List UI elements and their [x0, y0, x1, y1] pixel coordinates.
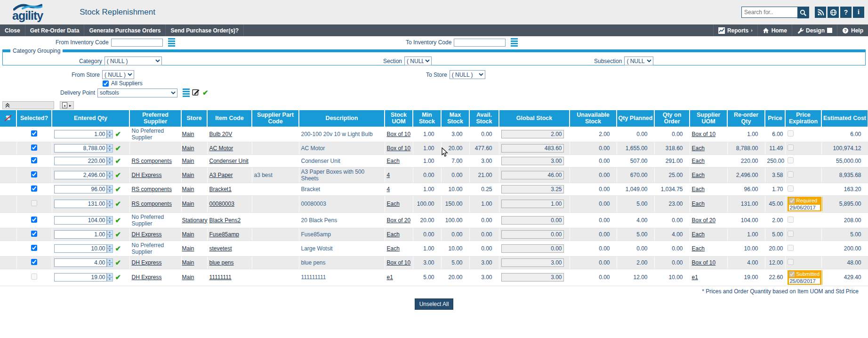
spinner-up-icon[interactable]: ▲	[107, 185, 113, 189]
row-selected-checkbox[interactable]	[31, 245, 37, 251]
row-selected-checkbox[interactable]	[31, 200, 37, 206]
qty-spinner[interactable]: ▲▼	[107, 185, 113, 193]
global-stock-input[interactable]	[501, 171, 564, 179]
delivery-point-edit-icon[interactable]	[192, 88, 200, 97]
to-store-select[interactable]: ( NULL )	[450, 70, 485, 79]
preferred-supplier-link[interactable]: DH Express	[132, 231, 162, 238]
supplier-uom-link[interactable]: Each	[692, 245, 705, 252]
col-header-row-icon[interactable]: ⇅	[0, 110, 16, 127]
spinner-down-icon[interactable]: ▼	[107, 220, 113, 225]
col-header-price[interactable]: Price	[765, 110, 785, 127]
entered-qty-input[interactable]	[54, 273, 107, 282]
spinner-up-icon[interactable]: ▲	[107, 258, 113, 263]
col-header-estimated-cost[interactable]: Estimated Cost	[821, 110, 868, 127]
delivery-point-select[interactable]: softsols	[97, 89, 177, 97]
item-code-link[interactable]: Black Pens2	[209, 217, 241, 224]
from-inventory-code-input[interactable]	[111, 39, 163, 47]
from-inventory-lookup-icon[interactable]	[168, 38, 175, 47]
row-selected-checkbox[interactable]	[31, 130, 37, 137]
qty-spinner[interactable]: ▲▼	[107, 130, 113, 138]
spinner-down-icon[interactable]: ▼	[107, 175, 113, 179]
design-button[interactable]: Design	[792, 24, 837, 36]
col-header-description[interactable]: Description	[299, 110, 385, 127]
spinner-up-icon[interactable]: ▲	[107, 144, 113, 148]
qty-spinner[interactable]: ▲▼	[107, 258, 113, 267]
col-header-entered-qty[interactable]: Entered Qty	[52, 110, 129, 127]
global-stock-input[interactable]	[501, 144, 564, 153]
stock-uom-link[interactable]: Box of 10	[387, 259, 411, 266]
unselect-all-button[interactable]: Unselect All	[415, 298, 454, 310]
collapse-panel-button[interactable]	[2, 101, 54, 109]
to-inventory-code-input[interactable]	[454, 39, 506, 47]
info-button[interactable]: i	[853, 7, 864, 18]
price-expiration-checkbox[interactable]	[789, 271, 795, 277]
store-link[interactable]: Main	[182, 158, 194, 164]
spinner-down-icon[interactable]: ▼	[107, 277, 113, 282]
section-select[interactable]: ( NULL )	[404, 56, 432, 65]
design-toggle-checkbox[interactable]	[827, 28, 832, 33]
spinner-down-icon[interactable]: ▼	[107, 263, 113, 267]
row-selected-checkbox[interactable]	[31, 259, 37, 265]
supplier-uom-link[interactable]: Each	[692, 201, 705, 207]
qty-spinner[interactable]: ▲▼	[107, 171, 113, 179]
price-expiration-checkbox[interactable]	[788, 231, 794, 237]
search-input[interactable]	[742, 7, 797, 17]
global-stock-input[interactable]	[501, 216, 564, 225]
row-selected-checkbox[interactable]	[31, 145, 37, 151]
supplier-uom-link[interactable]: Box of 20	[692, 217, 716, 224]
supplier-uom-link[interactable]: Each	[692, 231, 705, 238]
col-header-supplier-part-code[interactable]: Supplier Part Code	[252, 110, 299, 127]
qty-spinner[interactable]: ▲▼	[107, 200, 113, 208]
row-selected-checkbox[interactable]	[31, 171, 37, 177]
entered-qty-input[interactable]	[54, 157, 107, 165]
entered-qty-input[interactable]	[54, 258, 107, 267]
store-link[interactable]: Main	[182, 201, 194, 207]
qty-spinner[interactable]: ▲▼	[107, 157, 113, 165]
price-expiration-checkbox[interactable]	[788, 130, 794, 137]
global-stock-input[interactable]	[501, 185, 564, 193]
col-header-price-expiration[interactable]: Price Expiration	[785, 110, 821, 127]
preferred-supplier-link[interactable]: RS components	[132, 201, 172, 207]
row-selected-checkbox[interactable]	[31, 157, 37, 163]
entered-qty-input[interactable]	[54, 130, 107, 138]
spinner-down-icon[interactable]: ▼	[107, 204, 113, 208]
price-expiration-checkbox[interactable]	[788, 145, 794, 151]
store-link[interactable]: Main	[182, 245, 194, 252]
item-code-link[interactable]: Fuse85amp	[209, 231, 239, 238]
store-link[interactable]: Main	[182, 259, 194, 266]
col-header-supplier-uom[interactable]: Supplier UOM	[690, 110, 727, 127]
excel-export-button[interactable]: x ▸	[60, 101, 74, 109]
global-stock-input[interactable]	[501, 230, 564, 239]
preferred-supplier-link[interactable]: DH Express	[132, 259, 162, 266]
col-header-min-stock[interactable]: Min Stock	[413, 110, 441, 127]
col-header-stock-uom[interactable]: Stock UOM	[385, 110, 413, 127]
stock-uom-link[interactable]: Box of 10	[387, 145, 411, 152]
help-button[interactable]: ? Help	[837, 24, 868, 36]
entered-qty-input[interactable]	[54, 185, 107, 193]
entered-qty-input[interactable]	[54, 216, 107, 225]
qty-spinner[interactable]: ▲▼	[107, 144, 113, 153]
entered-qty-input[interactable]	[54, 171, 107, 179]
store-link[interactable]: Main	[182, 186, 194, 193]
global-stock-input[interactable]	[501, 157, 564, 165]
item-code-link[interactable]: stevetest	[209, 245, 232, 252]
supplier-uom-link[interactable]: Box of 10	[692, 259, 716, 266]
preferred-supplier-link[interactable]: DH Express	[132, 274, 162, 281]
store-link[interactable]: Main	[182, 231, 194, 238]
col-header-unavailable-stock[interactable]: Unavailable Stock	[570, 110, 617, 127]
spinner-down-icon[interactable]: ▼	[107, 161, 113, 165]
spinner-up-icon[interactable]: ▲	[107, 171, 113, 175]
store-link[interactable]: Stationary	[182, 217, 208, 224]
stock-uom-link[interactable]: Each	[387, 158, 400, 164]
generate-purchase-orders-button[interactable]: Generate Purchase Orders	[84, 24, 166, 36]
global-stock-input[interactable]	[501, 258, 564, 267]
to-inventory-lookup-icon[interactable]	[511, 38, 518, 47]
col-header-item-code[interactable]: Item Code	[207, 110, 252, 127]
item-code-link[interactable]: 11111111	[209, 274, 232, 281]
spinner-down-icon[interactable]: ▼	[107, 189, 113, 193]
spinner-down-icon[interactable]: ▼	[107, 234, 113, 239]
price-expiration-checkbox[interactable]	[788, 171, 794, 177]
col-header-preferred-supplier[interactable]: Preferred Supplier	[129, 110, 181, 127]
qty-spinner[interactable]: ▲▼	[107, 244, 113, 253]
stock-uom-link[interactable]: Box of 10	[387, 131, 411, 137]
